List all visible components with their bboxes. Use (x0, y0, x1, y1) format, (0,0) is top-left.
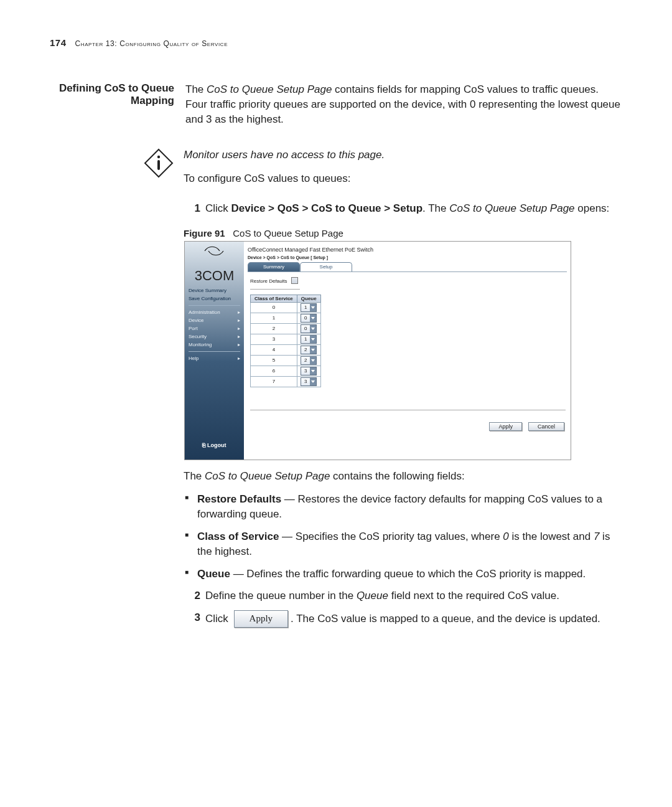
page-ref: CoS to Queue Setup Page (205, 470, 330, 482)
step-2: 2 Define the queue number in the Queue f… (185, 588, 622, 604)
expand-icon: ▸ (238, 318, 240, 323)
expand-icon: ▸ (238, 334, 240, 339)
screenshot-figure: 3COM Device Summary Save Configuration A… (184, 241, 571, 460)
text: . The (422, 202, 449, 214)
queue-select[interactable]: 3 (301, 377, 317, 386)
sidebar-item-label: Administration (189, 309, 220, 315)
breadcrumb: Device > QoS > CoS to Queue [ Setup ] (248, 255, 571, 260)
note-text: Monitor users have no access to this pag… (184, 148, 622, 163)
queue-select[interactable]: 3 (301, 367, 317, 375)
queue-select[interactable]: 2 (301, 356, 317, 365)
divider (250, 410, 566, 410)
queue-select[interactable]: 1 (301, 303, 317, 312)
section-body: The CoS to Queue Setup Page contains fie… (185, 82, 621, 135)
section-heading: Defining CoS to Queue Mapping (50, 82, 185, 107)
sidebar-item-monitoring[interactable]: Monitoring▸ (185, 341, 244, 349)
sidebar-item-help[interactable]: Help▸ (185, 354, 244, 362)
cos-cell: 1 (251, 313, 297, 323)
svg-point-1 (157, 156, 160, 158)
intro-paragraph: The CoS to Queue Setup Page contains fie… (185, 82, 621, 126)
sidebar-item-label: Monitoring (189, 342, 212, 347)
sidebar-item-security[interactable]: Security▸ (185, 333, 244, 341)
sidebar-item-label: Help (189, 356, 198, 361)
sidebar-item-save-configuration[interactable]: Save Configuration (185, 295, 244, 303)
text: opens: (575, 202, 610, 214)
queue-value: 1 (301, 304, 310, 310)
cos-cell: 5 (251, 355, 297, 366)
figure-caption: Figure 91 CoS to Queue Setup Page (184, 228, 622, 238)
text: contains the following fields: (330, 470, 464, 482)
sidebar-item-device[interactable]: Device▸ (185, 316, 244, 324)
section-row: Defining CoS to Queue Mapping The CoS to… (50, 82, 622, 135)
text: The (185, 83, 207, 95)
col-header-cos: Class of Service (251, 295, 297, 302)
cos-cell: 7 (251, 376, 297, 387)
product-title: OfficeConnect Managed Fast Ethernet PoE … (248, 247, 571, 253)
page-ref: CoS to Queue Setup Page (207, 83, 332, 95)
step-number: 1 (185, 201, 200, 217)
logout-label: Logout (207, 442, 226, 448)
queue-select[interactable]: 0 (301, 324, 317, 333)
chevron-down-icon (310, 336, 316, 343)
page-ref: CoS to Queue Setup Page (449, 202, 574, 214)
table-row: 42 (251, 344, 321, 355)
queue-select[interactable]: 1 (301, 335, 317, 344)
queue-value: 2 (301, 357, 310, 363)
table-row: 73 (251, 376, 321, 387)
chevron-down-icon (310, 357, 316, 364)
sidebar-item-administration[interactable]: Administration▸ (185, 308, 244, 316)
table-row: 52 (251, 355, 321, 366)
table-row: 63 (251, 366, 321, 376)
tab-summary[interactable]: Summary (248, 262, 300, 271)
restore-defaults-label: Restore Defaults (250, 278, 287, 284)
chevron-down-icon (310, 378, 316, 385)
sidebar-item-label: Port (189, 326, 198, 331)
queue-select[interactable]: 2 (301, 346, 317, 354)
apply-button[interactable]: Apply (489, 422, 522, 431)
value: 0 (503, 531, 508, 542)
text: — Specifies the CoS priority tag values,… (279, 531, 503, 542)
list-item: Queue — Defines the traffic forwarding q… (197, 567, 619, 582)
sidebar-item-port[interactable]: Port▸ (185, 324, 244, 333)
sidebar-item-device-summary[interactable]: Device Summary (185, 286, 244, 295)
svg-rect-2 (157, 160, 160, 170)
chapter-label: Chapter 13: Configuring Quality of Servi… (75, 39, 228, 48)
logout-icon: ⎘ (202, 442, 205, 448)
text: is the lowest and (509, 531, 594, 542)
restore-defaults-checkbox[interactable] (291, 277, 298, 284)
sidebar-item-label: Security (189, 334, 207, 339)
main-panel: OfficeConnect Managed Fast Ethernet PoE … (244, 242, 571, 460)
figure-label: Figure 91 (184, 228, 225, 238)
text: Click (205, 202, 231, 214)
list-item: Class of Service — Specifies the CoS pri… (197, 529, 619, 559)
text: The (184, 470, 205, 482)
cancel-button[interactable]: Cancel (528, 422, 564, 431)
step-number: 2 (185, 588, 200, 604)
chevron-down-icon (310, 304, 316, 311)
restore-defaults-row: Restore Defaults (250, 277, 571, 284)
page-header: 174 Chapter 13: Configuring Quality of S… (50, 37, 622, 48)
chevron-down-icon (310, 346, 316, 354)
list-item: Restore Defaults — Restores the device f… (197, 492, 619, 522)
expand-icon: ▸ (238, 309, 240, 315)
brand-swirl-icon (202, 245, 227, 257)
text: . The CoS value is mapped to a queue, an… (291, 613, 600, 625)
queue-value: 3 (301, 368, 310, 374)
expand-icon: ▸ (238, 326, 240, 331)
tab-setup[interactable]: Setup (300, 262, 352, 271)
field-list: Restore Defaults — Restores the device f… (184, 492, 619, 581)
text: — Defines the traffic forwarding queue t… (230, 568, 586, 580)
field-name: Queue (197, 568, 230, 580)
queue-select[interactable]: 0 (301, 314, 317, 323)
step-1: 1 Click Device > QoS > CoS to Queue > Se… (185, 201, 622, 217)
logout-button[interactable]: ⎘ Logout (185, 442, 244, 448)
chevron-down-icon (310, 314, 316, 322)
brand-text: 3COM (185, 268, 244, 284)
divider (250, 289, 300, 290)
queue-value: 0 (301, 315, 310, 321)
field-ref: Queue (357, 590, 388, 602)
apply-button-inline: Apply (234, 610, 289, 628)
chevron-down-icon (310, 325, 316, 333)
col-header-queue: Queue (297, 295, 320, 302)
expand-icon: ▸ (238, 356, 240, 361)
